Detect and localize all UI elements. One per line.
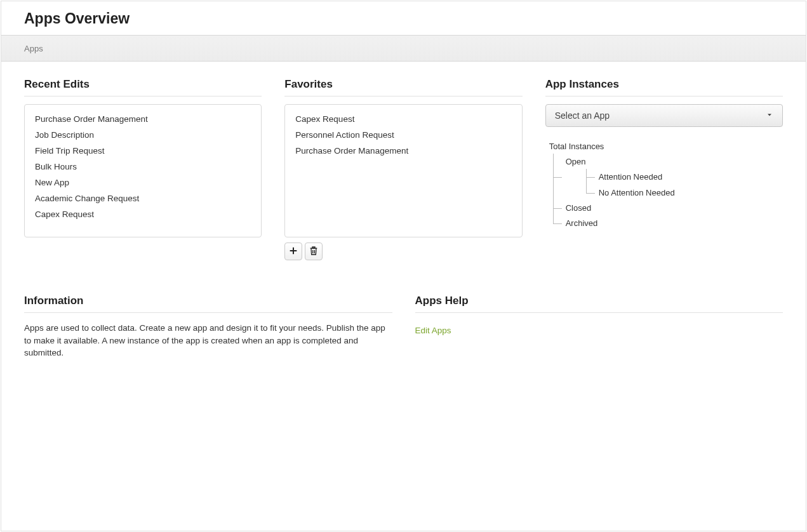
apps-help-title: Apps Help: [415, 295, 784, 313]
delete-favorite-button[interactable]: [305, 243, 323, 260]
page-container: Apps Overview Apps Recent Edits Purchase…: [1, 1, 806, 531]
tree-node-attention-needed[interactable]: Attention Needed: [582, 171, 783, 183]
plus-icon: [288, 246, 298, 258]
page-title: Apps Overview: [24, 10, 783, 27]
tree-root[interactable]: Total Instances: [549, 141, 783, 152]
tree-node-open[interactable]: Open Attention Needed No Attention Neede…: [549, 156, 783, 199]
list-item[interactable]: Capex Request: [35, 206, 251, 222]
instances-tree: Total Instances Open Attention Needed No…: [545, 141, 783, 229]
list-item[interactable]: Personnel Action Request: [295, 127, 511, 143]
recent-edits-title: Recent Edits: [24, 78, 262, 96]
content-area: Recent Edits Purchase Order Management J…: [1, 62, 806, 376]
select-app-label: Select an App: [555, 110, 610, 121]
lower-columns: Information Apps are used to collect dat…: [24, 295, 783, 359]
list-item[interactable]: New App: [35, 175, 251, 190]
list-item[interactable]: Purchase Order Management: [35, 111, 251, 127]
page-header: Apps Overview: [1, 1, 806, 35]
list-item[interactable]: Bulk Hours: [35, 159, 251, 175]
tree-node-archived[interactable]: Archived: [549, 218, 783, 229]
breadcrumb-bar: Apps: [1, 35, 806, 62]
app-instances-section: App Instances Select an App Total Instan…: [545, 78, 783, 260]
information-section: Information Apps are used to collect dat…: [24, 295, 392, 359]
favorites-section: Favorites Capex Request Personnel Action…: [284, 78, 522, 260]
list-item[interactable]: Academic Change Request: [35, 190, 251, 206]
tree-node-no-attention-needed[interactable]: No Attention Needed: [582, 187, 783, 199]
select-app-dropdown[interactable]: Select an App: [545, 104, 783, 127]
edit-apps-link[interactable]: Edit Apps: [415, 326, 451, 335]
list-item[interactable]: Purchase Order Management: [295, 143, 511, 159]
app-instances-title: App Instances: [545, 78, 783, 96]
favorites-listbox[interactable]: Capex Request Personnel Action Request P…: [284, 104, 522, 237]
caret-down-icon: [766, 110, 773, 121]
favorites-actions: [284, 243, 522, 260]
recent-edits-listbox[interactable]: Purchase Order Management Job Descriptio…: [24, 104, 262, 237]
breadcrumb-apps[interactable]: Apps: [24, 44, 43, 53]
information-title: Information: [24, 295, 392, 313]
information-body: Apps are used to collect data. Create a …: [24, 322, 392, 359]
add-favorite-button[interactable]: [284, 243, 302, 260]
tree-node-closed[interactable]: Closed: [549, 203, 783, 214]
tree-node-label: Open: [566, 157, 586, 166]
list-item[interactable]: Capex Request: [295, 111, 511, 127]
list-item[interactable]: Job Description: [35, 127, 251, 143]
top-columns: Recent Edits Purchase Order Management J…: [24, 78, 783, 260]
trash-icon: [309, 246, 319, 258]
apps-help-section: Apps Help Edit Apps: [415, 295, 784, 359]
recent-edits-section: Recent Edits Purchase Order Management J…: [24, 78, 262, 260]
list-item[interactable]: Field Trip Request: [35, 143, 251, 159]
favorites-title: Favorites: [284, 78, 522, 96]
